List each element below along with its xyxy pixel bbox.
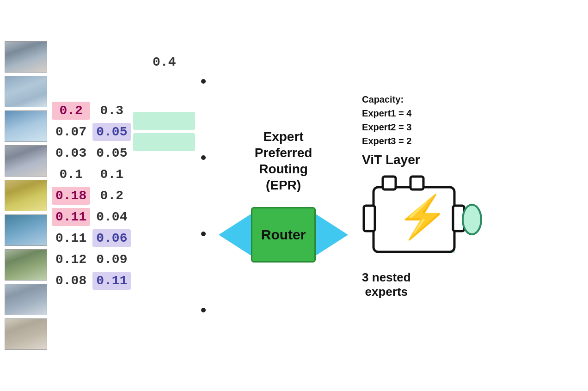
score-9-2: 0.11 bbox=[92, 272, 131, 290]
score-3-2: 0.05 bbox=[92, 144, 131, 162]
dot-3 bbox=[201, 232, 206, 236]
svg-rect-4 bbox=[364, 206, 375, 231]
score-1-3: 0.4 bbox=[133, 53, 195, 71]
dots-column bbox=[201, 43, 206, 348]
score-column-2: 0.3 0.05 0.05 0.1 0.2 0.04 0.06 0.09 0.1… bbox=[92, 102, 131, 290]
image-6 bbox=[5, 214, 47, 246]
score-1-2: 0.3 bbox=[92, 102, 131, 120]
vit-layer-label: ViT Layer bbox=[362, 153, 420, 167]
score-9-1: 0.08 bbox=[52, 272, 90, 290]
image-2 bbox=[5, 76, 47, 107]
dot-2 bbox=[201, 155, 206, 160]
capacity-expert3: Expert3 = 2 bbox=[362, 136, 411, 146]
epr-section: ExpertPreferredRouting(EPR) Router bbox=[219, 128, 348, 263]
dot-1 bbox=[201, 79, 206, 84]
epr-title: ExpertPreferredRouting(EPR) bbox=[255, 128, 312, 193]
score-5-1: 0.18 bbox=[52, 187, 90, 205]
image-3 bbox=[5, 110, 47, 142]
right-section: Capacity: Expert1 = 4 Expert2 = 3 Expert… bbox=[362, 92, 473, 299]
image-4 bbox=[5, 145, 47, 177]
score-3-3 bbox=[133, 112, 195, 130]
image-5 bbox=[5, 180, 47, 211]
svg-point-6 bbox=[463, 205, 481, 234]
score-7-1: 0.11 bbox=[52, 229, 90, 247]
engine-diagram: ⚡ bbox=[362, 171, 473, 263]
image-9 bbox=[5, 318, 47, 350]
score-4-3 bbox=[133, 133, 195, 151]
score-8-2: 0.09 bbox=[92, 250, 131, 269]
score-2-2: 0.05 bbox=[92, 123, 131, 141]
engine-svg: ⚡ bbox=[362, 171, 482, 263]
svg-rect-3 bbox=[410, 177, 423, 189]
image-1 bbox=[5, 41, 47, 73]
score-3-1: 0.03 bbox=[52, 144, 90, 162]
score-column-1: 0.2 0.07 0.03 0.1 0.18 0.11 0.11 0.12 0.… bbox=[52, 102, 90, 290]
capacity-info: Capacity: Expert1 = 4 Expert2 = 3 Expert… bbox=[362, 92, 411, 148]
nested-experts-label: 3 nestedexperts bbox=[362, 270, 411, 299]
score-4-1: 0.1 bbox=[52, 165, 90, 183]
score-6-1: 0.11 bbox=[52, 208, 90, 226]
score-8-1: 0.12 bbox=[52, 250, 90, 269]
score-7-2: 0.06 bbox=[92, 229, 131, 247]
score-1-1: 0.2 bbox=[52, 102, 90, 120]
score-column-3: 0.4 bbox=[133, 53, 195, 338]
score-4-2: 0.1 bbox=[92, 165, 131, 183]
image-8 bbox=[5, 284, 47, 315]
score-2-1: 0.07 bbox=[52, 123, 90, 141]
router-label: Router bbox=[261, 227, 306, 243]
capacity-expert1: Expert1 = 4 bbox=[362, 108, 411, 118]
router-box: Router bbox=[251, 207, 316, 263]
image-7 bbox=[5, 249, 47, 281]
arrow-into-router-icon bbox=[219, 214, 251, 256]
diagram-wrapper: 0.2 0.07 0.03 0.1 0.18 0.11 0.11 0.12 0.… bbox=[0, 0, 588, 391]
images-column bbox=[5, 41, 47, 350]
score-5-2: 0.2 bbox=[92, 187, 131, 205]
svg-text:⚡: ⚡ bbox=[397, 192, 449, 242]
router-row: Router bbox=[219, 207, 348, 263]
arrow-from-router-icon bbox=[316, 214, 348, 256]
svg-rect-2 bbox=[383, 177, 396, 189]
capacity-title: Capacity: bbox=[362, 94, 404, 104]
capacity-expert2: Expert2 = 3 bbox=[362, 122, 411, 132]
score-6-2: 0.04 bbox=[92, 208, 131, 226]
dot-4 bbox=[201, 308, 206, 312]
